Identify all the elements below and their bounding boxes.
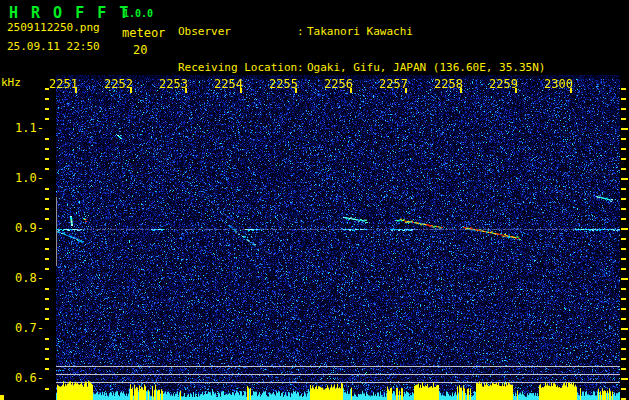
freq-minor-tick — [45, 168, 49, 170]
info-value: Takanori Kawachi — [307, 26, 413, 38]
time-tick-label: 2253 — [158, 77, 188, 91]
time-tick-label: 2256 — [323, 77, 353, 91]
freq-minor-tick — [45, 208, 49, 210]
freq-minor-tick — [45, 118, 49, 120]
freq-minor-tick — [45, 308, 49, 310]
freq-minor-tick-right — [621, 348, 626, 350]
freq-minor-tick — [45, 238, 49, 240]
freq-minor-tick-right — [621, 138, 626, 140]
freq-minor-tick-right — [621, 108, 626, 110]
freq-major-tick-right — [621, 178, 628, 180]
freq-minor-tick — [45, 258, 49, 260]
freq-minor-tick — [45, 268, 49, 270]
freq-minor-tick-right — [621, 158, 626, 160]
info-separator: : — [297, 26, 307, 38]
time-tick-label: 2254 — [213, 77, 243, 91]
freq-minor-tick-right — [621, 318, 626, 320]
freq-minor-tick-right — [621, 358, 626, 360]
freq-tick-label: 1.1- — [0, 121, 44, 135]
freq-minor-tick — [45, 318, 49, 320]
info-value: Ogaki, Gifu, JAPAN (136.60E, 35.35N) — [307, 62, 545, 74]
freq-minor-tick — [45, 108, 49, 110]
freq-minor-tick — [45, 358, 49, 360]
spectrogram-canvas — [56, 75, 620, 400]
time-tick-label: 2251 — [48, 77, 78, 91]
time-tick-label: 2259 — [488, 77, 518, 91]
time-tick-label: 2255 — [268, 77, 298, 91]
freq-minor-tick-right — [621, 198, 626, 200]
mode-label: meteor — [122, 26, 165, 40]
freq-minor-tick — [45, 348, 49, 350]
freq-minor-tick-right — [621, 268, 626, 270]
freq-tick-label: 0.8- — [0, 271, 44, 285]
freq-tick-label: 0.9- — [0, 221, 44, 235]
freq-major-tick-right — [621, 228, 628, 230]
freq-tick-label: 0.7- — [0, 321, 44, 335]
freq-minor-tick-right — [621, 298, 626, 300]
freq-minor-tick-right — [621, 248, 626, 250]
freq-tick-label: 1.0- — [0, 171, 44, 185]
time-tick-label: 2258 — [433, 77, 463, 91]
freq-minor-tick — [45, 138, 49, 140]
freq-minor-tick-right — [621, 168, 626, 170]
amplitude-scale-mark — [0, 395, 4, 400]
info-label: Receiving Location — [178, 62, 297, 74]
freq-minor-tick — [45, 368, 49, 370]
freq-minor-tick — [45, 218, 49, 220]
output-filename: 2509112250.png — [7, 21, 100, 34]
timestamp: 25.09.11 22:50 — [7, 40, 100, 53]
info-row-observer: Observer : Takanori Kawachi — [178, 26, 545, 38]
freq-minor-tick-right — [621, 238, 626, 240]
freq-minor-tick-right — [621, 308, 626, 310]
freq-minor-tick — [45, 338, 49, 340]
freq-minor-tick — [45, 248, 49, 250]
freq-minor-tick — [45, 158, 49, 160]
freq-minor-tick-right — [621, 338, 626, 340]
time-tick-label: 2252 — [103, 77, 133, 91]
freq-minor-tick-right — [621, 188, 626, 190]
freq-minor-tick — [45, 188, 49, 190]
freq-minor-tick — [45, 148, 49, 150]
freq-minor-tick-right — [621, 218, 626, 220]
freq-minor-tick-right — [621, 288, 626, 290]
meteor-count: 20 — [133, 43, 147, 57]
hrofft-screen: H R O F F T 1.0.0 2509112250.png meteor … — [0, 0, 629, 400]
time-tick-label: 2257 — [378, 77, 408, 91]
app-title: H R O F F T — [9, 4, 130, 22]
freq-minor-tick-right — [621, 148, 626, 150]
freq-minor-tick — [45, 98, 49, 100]
freq-major-tick-right — [621, 378, 628, 380]
freq-minor-tick — [45, 388, 49, 390]
freq-minor-tick-right — [621, 368, 626, 370]
info-row-location: Receiving Location : Ogaki, Gifu, JAPAN … — [178, 62, 545, 74]
time-tick-label: 2300 — [543, 77, 573, 91]
freq-minor-tick-right — [621, 208, 626, 210]
freq-major-tick-right — [621, 128, 628, 130]
freq-major-tick-right — [621, 278, 628, 280]
freq-minor-tick-right — [621, 118, 626, 120]
app-version: 1.0.0 — [123, 8, 153, 19]
freq-minor-tick — [45, 198, 49, 200]
freq-minor-tick-right — [621, 98, 626, 100]
freq-minor-tick-right — [621, 88, 626, 90]
freq-minor-tick-right — [621, 258, 626, 260]
freq-tick-label: 0.6- — [0, 371, 44, 385]
info-separator: : — [297, 62, 307, 74]
freq-major-tick-right — [621, 328, 628, 330]
freq-axis-unit-label: kHz — [1, 76, 21, 89]
freq-minor-tick — [45, 288, 49, 290]
info-label: Observer — [178, 26, 297, 38]
freq-minor-tick-right — [621, 388, 626, 390]
freq-minor-tick — [45, 298, 49, 300]
